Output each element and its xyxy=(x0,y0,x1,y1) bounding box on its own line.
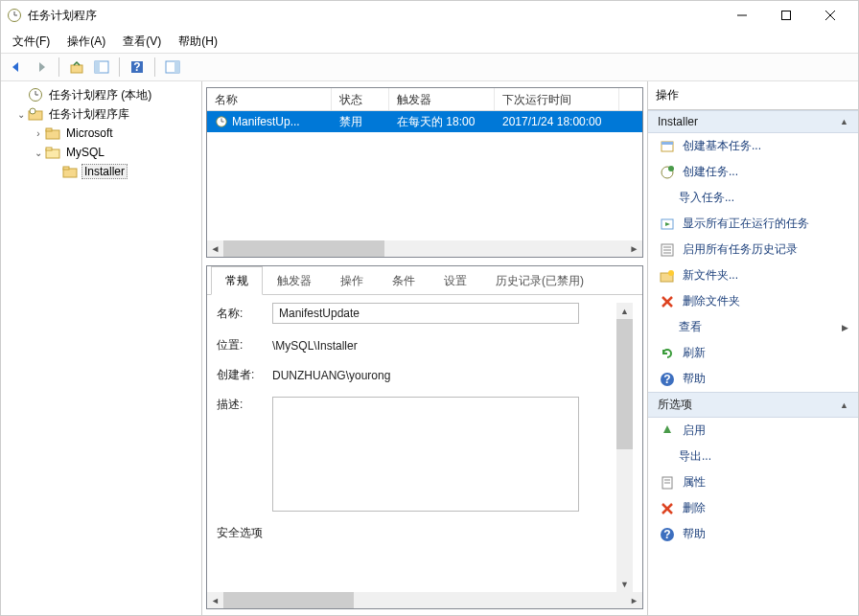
tree-installer[interactable]: Installer xyxy=(3,162,199,181)
svg-rect-24 xyxy=(63,167,69,170)
svg-rect-13 xyxy=(174,61,179,73)
close-button[interactable] xyxy=(808,1,852,30)
svg-rect-9 xyxy=(95,61,100,73)
task-list: 名称 状态 触发器 下次运行时间 ManifestUp... 禁用 在每天的 1… xyxy=(206,87,643,258)
svg-text:?: ? xyxy=(663,528,670,541)
up-button[interactable] xyxy=(65,56,88,79)
svg-point-18 xyxy=(30,108,35,114)
minimize-button[interactable] xyxy=(720,1,764,30)
help-icon: ? xyxy=(660,527,675,542)
toolbar: ? xyxy=(1,53,858,81)
forward-button[interactable] xyxy=(30,56,53,79)
action-import-task[interactable]: 导入任务... xyxy=(648,185,858,211)
show-hide-tree-button[interactable] xyxy=(90,56,113,79)
cell-next: 2017/1/24 18:00:00 xyxy=(495,113,619,130)
list-hscroll[interactable]: ◄ ► xyxy=(207,240,642,257)
col-next[interactable]: 下次运行时间 xyxy=(495,88,619,110)
help-icon: ? xyxy=(660,372,675,387)
action-help-2[interactable]: ? 帮助 xyxy=(648,521,858,547)
action-view[interactable]: 查看 ▶ xyxy=(648,314,858,340)
enable-icon xyxy=(660,423,675,439)
task-detail: 常规 触发器 操作 条件 设置 历史记录(已禁用) 名称: 位置: \MySQL… xyxy=(206,265,643,609)
action-show-running[interactable]: 显示所有正在运行的任务 xyxy=(648,211,858,237)
detail-hscroll[interactable]: ◄ ► xyxy=(207,592,642,608)
detail-vscroll[interactable]: ▲ ▼ xyxy=(616,303,633,592)
library-icon xyxy=(28,106,43,122)
running-icon xyxy=(660,217,675,232)
action-delete-folder[interactable]: 删除文件夹 xyxy=(648,288,858,314)
clock-icon xyxy=(28,87,43,103)
title-bar: 任务计划程序 xyxy=(1,1,858,30)
svg-point-31 xyxy=(668,166,674,171)
tree-root[interactable]: 任务计划程序 (本地) xyxy=(3,85,199,104)
action-properties[interactable]: 属性 xyxy=(648,469,858,495)
action-help[interactable]: ? 帮助 xyxy=(648,366,858,392)
tab-conditions[interactable]: 条件 xyxy=(378,266,430,295)
show-action-pane-button[interactable] xyxy=(161,56,184,79)
label-desc: 描述: xyxy=(217,397,272,413)
menu-help[interactable]: 帮助(H) xyxy=(171,32,225,52)
action-refresh[interactable]: 刷新 xyxy=(648,340,858,366)
field-desc[interactable] xyxy=(272,397,579,512)
menu-action[interactable]: 操作(A) xyxy=(59,32,113,52)
clock-icon xyxy=(215,115,228,128)
tree-pane[interactable]: 任务计划程序 (本地) ⌄ 任务计划程序库 › Microsoft ⌄ MySQ… xyxy=(1,81,202,615)
svg-text:?: ? xyxy=(133,60,140,74)
wizard-icon xyxy=(660,139,675,154)
label-name: 名称: xyxy=(217,306,272,322)
tree-mysql[interactable]: ⌄ MySQL xyxy=(3,143,199,162)
actions-section-selected[interactable]: 所选项▲ xyxy=(648,392,858,418)
back-button[interactable] xyxy=(5,56,28,79)
svg-rect-29 xyxy=(662,142,673,145)
history-icon xyxy=(660,242,675,258)
svg-rect-20 xyxy=(46,128,52,131)
middle-pane: 名称 状态 触发器 下次运行时间 ManifestUp... 禁用 在每天的 1… xyxy=(202,81,647,615)
help-button[interactable]: ? xyxy=(126,56,149,79)
field-location: \MySQL\Installer xyxy=(272,339,616,353)
folder-icon xyxy=(62,164,78,179)
security-options-label: 安全选项 xyxy=(217,525,616,541)
content: 任务计划程序 (本地) ⌄ 任务计划程序库 › Microsoft ⌄ MySQ… xyxy=(1,81,858,615)
field-author: DUNZHUANG\yourong xyxy=(272,369,616,382)
tab-actions[interactable]: 操作 xyxy=(326,266,378,295)
col-name[interactable]: 名称 xyxy=(207,88,332,110)
col-trigger[interactable]: 触发器 xyxy=(389,88,495,110)
actions-pane: 操作 Installer▲ 创建基本任务... 创建任务... 导入任务... … xyxy=(647,81,858,615)
tree-library[interactable]: ⌄ 任务计划程序库 xyxy=(3,104,199,124)
svg-rect-4 xyxy=(782,11,791,20)
action-enable[interactable]: 启用 xyxy=(648,418,858,444)
folder-open-icon xyxy=(45,145,60,160)
label-location: 位置: xyxy=(217,337,272,354)
svg-rect-7 xyxy=(71,65,82,73)
svg-point-38 xyxy=(668,270,674,276)
cell-status: 禁用 xyxy=(332,112,389,132)
actions-header: 操作 xyxy=(648,81,858,110)
task-icon xyxy=(660,165,675,180)
new-folder-icon xyxy=(660,268,675,284)
tree-microsoft[interactable]: › Microsoft xyxy=(3,124,199,143)
maximize-button[interactable] xyxy=(764,1,808,30)
action-create-task[interactable]: 创建任务... xyxy=(648,159,858,185)
list-header-row: 名称 状态 触发器 下次运行时间 xyxy=(207,88,642,111)
tab-general[interactable]: 常规 xyxy=(211,266,263,295)
menu-view[interactable]: 查看(V) xyxy=(115,32,169,52)
col-status[interactable]: 状态 xyxy=(332,88,389,110)
label-author: 创建者: xyxy=(217,367,272,383)
properties-icon xyxy=(660,475,675,491)
action-enable-history[interactable]: 启用所有任务历史记录 xyxy=(648,237,858,262)
tab-history[interactable]: 历史记录(已禁用) xyxy=(481,266,598,295)
app-icon xyxy=(7,8,22,23)
tab-settings[interactable]: 设置 xyxy=(430,266,481,295)
action-new-folder[interactable]: 新文件夹... xyxy=(648,262,858,288)
action-create-basic-task[interactable]: 创建基本任务... xyxy=(648,133,858,159)
action-export[interactable]: 导出... xyxy=(648,444,858,469)
menu-file[interactable]: 文件(F) xyxy=(5,32,58,52)
action-delete[interactable]: 删除 xyxy=(648,495,858,521)
delete-icon xyxy=(660,294,675,309)
svg-text:?: ? xyxy=(663,373,670,386)
tab-triggers[interactable]: 触发器 xyxy=(263,266,326,295)
task-row[interactable]: ManifestUp... 禁用 在每天的 18:00 2017/1/24 18… xyxy=(207,111,642,132)
field-name[interactable] xyxy=(272,303,579,324)
detail-tabs: 常规 触发器 操作 条件 设置 历史记录(已禁用) xyxy=(207,266,642,295)
actions-section-installer[interactable]: Installer▲ xyxy=(648,110,858,133)
